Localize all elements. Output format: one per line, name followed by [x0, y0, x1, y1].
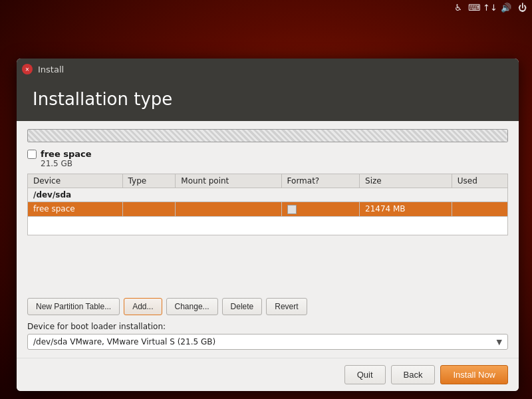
free-space-label: free space — [41, 149, 92, 159]
empty-row-1 — [28, 216, 508, 235]
table-header-row: Device Type Mount point Format? Size Use… — [28, 174, 508, 188]
close-button[interactable]: × — [22, 64, 33, 74]
bottom-button-bar: Quit Back Install Now — [17, 358, 519, 391]
free-space-size: 21.5 GB — [41, 159, 508, 168]
header-area: Installation type — [17, 80, 519, 121]
row-mount-point — [176, 202, 281, 217]
partition-bar-free-segment — [28, 130, 507, 142]
row-size: 21474 MB — [360, 202, 452, 217]
col-type: Type — [122, 174, 176, 188]
main-content: free space 21.5 GB Device Type Mount poi… — [17, 121, 519, 358]
bootloader-select[interactable]: /dev/sda VMware, VMware Virtual S (21.5 … — [27, 334, 508, 350]
install-now-button[interactable]: Install Now — [440, 365, 508, 384]
revert-button[interactable]: Revert — [266, 298, 307, 315]
action-buttons: New Partition Table... Add... Change... … — [27, 298, 508, 315]
col-device: Device — [28, 174, 123, 188]
partition-table-wrapper: Device Type Mount point Format? Size Use… — [27, 174, 508, 290]
col-mount-point: Mount point — [176, 174, 281, 188]
new-partition-table-button[interactable]: New Partition Table... — [27, 298, 120, 315]
page-title: Installation type — [33, 89, 503, 109]
bootloader-section: Device for boot loader installation: /de… — [27, 322, 508, 350]
add-button[interactable]: Add... — [124, 298, 162, 315]
free-space-section: free space 21.5 GB — [27, 149, 508, 168]
accessibility-icon: ♿ — [452, 1, 464, 13]
bootloader-label: Device for boot loader installation: — [27, 322, 508, 331]
row-device: free space — [28, 202, 123, 217]
titlebar-title: Install — [38, 65, 64, 74]
format-checkbox-indicator — [287, 205, 297, 214]
bootloader-select-value: /dev/sda VMware, VMware Virtual S (21.5 … — [33, 337, 215, 346]
partition-bar — [27, 129, 508, 142]
device-group-row: /dev/sda — [28, 188, 508, 202]
back-button[interactable]: Back — [391, 365, 436, 384]
power-icon: ⏻ — [516, 1, 528, 13]
keyboard-icon: ⌨ — [468, 1, 480, 13]
col-used: Used — [452, 174, 507, 188]
col-size: Size — [360, 174, 452, 188]
table-row[interactable]: free space 21474 MB — [28, 202, 508, 217]
row-type — [122, 202, 176, 217]
partition-table: Device Type Mount point Format? Size Use… — [27, 174, 508, 235]
install-window: × Install Installation type free space 2… — [17, 59, 519, 391]
network-icon: ↑↓ — [484, 1, 496, 13]
system-topbar: ♿ ⌨ ↑↓ 🔊 ⏻ — [452, 0, 532, 15]
free-space-checkbox[interactable] — [27, 150, 37, 159]
empty-cell — [28, 216, 508, 235]
bootloader-select-arrow: ▼ — [497, 338, 502, 346]
volume-icon: 🔊 — [500, 1, 512, 13]
device-label: /dev/sda — [28, 188, 508, 202]
delete-button[interactable]: Delete — [222, 298, 263, 315]
col-format: Format? — [281, 174, 359, 188]
row-used — [452, 202, 507, 217]
quit-button[interactable]: Quit — [344, 365, 386, 384]
row-format — [281, 202, 359, 217]
change-button[interactable]: Change... — [166, 298, 218, 315]
titlebar: × Install — [17, 59, 519, 80]
